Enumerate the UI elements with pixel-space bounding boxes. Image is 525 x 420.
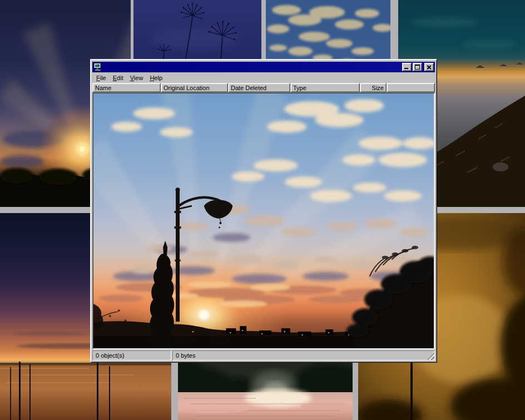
column-header-date-deleted[interactable]: Date Deleted	[228, 83, 290, 92]
minimize-icon[interactable]	[402, 63, 412, 71]
column-header-type[interactable]: Type	[290, 83, 360, 92]
titlebar[interactable]	[92, 62, 435, 72]
column-header-stub	[387, 83, 435, 92]
status-byte-count: 0 bytes	[172, 350, 435, 360]
close-icon[interactable]	[424, 63, 434, 71]
recycle-bin-window: File Edit View Help Name Original Locati…	[90, 59, 437, 363]
sunset-lamp-photo	[93, 93, 434, 348]
status-object-count: 0 object(s)	[92, 350, 171, 360]
menu-edit[interactable]: Edit	[110, 73, 127, 82]
menu-view[interactable]: View	[127, 73, 147, 82]
menu-bar: File Edit View Help	[92, 72, 435, 83]
computer-icon[interactable]	[93, 63, 102, 71]
menu-help[interactable]: Help	[146, 73, 166, 82]
column-header-name[interactable]: Name	[92, 83, 161, 92]
column-headers: Name Original Location Date Deleted Type…	[92, 83, 435, 92]
column-header-original-location[interactable]: Original Location	[161, 83, 228, 92]
file-list-area[interactable]	[92, 92, 435, 349]
status-bar: 0 object(s) 0 bytes	[92, 350, 435, 360]
column-header-size[interactable]: Size	[360, 83, 387, 92]
menu-file[interactable]: File	[93, 73, 110, 82]
maximize-icon[interactable]	[413, 63, 422, 71]
